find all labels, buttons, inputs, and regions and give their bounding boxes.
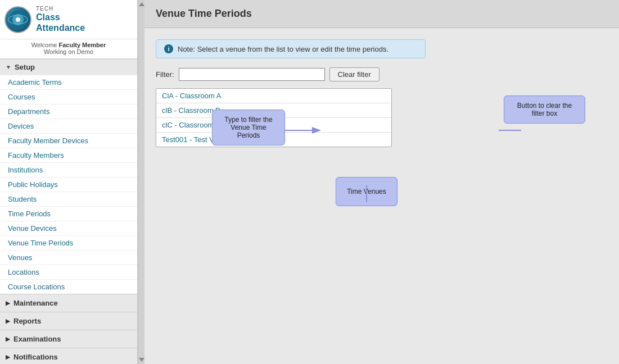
filter-row: Filter: Clear filter xyxy=(156,67,608,81)
sidebar-item-students[interactable]: Students xyxy=(0,192,137,206)
maintenance-arrow-icon: ▶ xyxy=(6,300,10,306)
examinations-section-header[interactable]: ▶ Examinations xyxy=(0,330,137,348)
app-header: TECH Class Attendance xyxy=(0,0,137,39)
welcome-message: Welcome Faculty Member Working on Demo xyxy=(0,39,137,59)
app-title-wrap: TECH Class Attendance xyxy=(36,6,85,33)
sidebar-item-academic-terms[interactable]: Academic Terms xyxy=(0,75,137,89)
sidebar-item-venue-devices[interactable]: Venue Devices xyxy=(0,221,137,235)
sidebar-item-faculty-members[interactable]: Faculty Members xyxy=(0,148,137,162)
setup-arrow-icon: ▼ xyxy=(6,64,11,70)
sidebar-item-public-holidays[interactable]: Public Holidays xyxy=(0,177,137,192)
tooltip-filter: Type to filter the Venue Time Periods xyxy=(212,110,285,145)
logo-tech-label: TECH xyxy=(36,6,85,12)
tooltip-time-venues: Time Venues xyxy=(336,177,397,206)
sidebar-scrollbar[interactable] xyxy=(138,0,144,364)
scroll-down-arrow[interactable] xyxy=(139,358,144,362)
venue-link-cla[interactable]: ClA - Classroom A xyxy=(162,92,221,100)
info-note-box: i Note: Select a venue from the list to … xyxy=(156,39,426,58)
sidebar-item-venue-time-periods[interactable]: Venue Time Periods xyxy=(0,235,137,250)
maintenance-section: ▶ Maintenance xyxy=(0,294,137,312)
reports-section: ▶ Reports xyxy=(0,312,137,330)
notifications-arrow-icon: ▶ xyxy=(6,354,10,360)
sidebar-item-venues[interactable]: Venues xyxy=(0,250,137,265)
sidebar-item-devices[interactable]: Devices xyxy=(0,119,137,133)
sidebar-item-departments[interactable]: Departments xyxy=(0,104,137,119)
reports-section-header[interactable]: ▶ Reports xyxy=(0,312,137,330)
content-area: i Note: Select a venue from the list to … xyxy=(144,28,619,364)
page-title: Venue Time Periods xyxy=(144,0,619,28)
setup-section-header[interactable]: ▼ Setup xyxy=(0,59,137,75)
info-note-text: Note: Select a venue from the list to vi… xyxy=(178,45,388,53)
app-title: Class Attendance xyxy=(36,12,85,33)
tooltip-clear-filter: Button to clear the filter box xyxy=(504,95,585,124)
clear-filter-button[interactable]: Clear filter xyxy=(329,67,379,81)
notifications-section: ▶ Notifications xyxy=(0,348,137,364)
sidebar-item-faculty-member-devices[interactable]: Faculty Member Devices xyxy=(0,133,137,148)
notifications-section-header[interactable]: ▶ Notifications xyxy=(0,348,137,364)
filter-label: Filter: xyxy=(156,70,174,79)
sidebar: TECH Class Attendance Welcome Faculty Me… xyxy=(0,0,138,364)
maintenance-section-header[interactable]: ▶ Maintenance xyxy=(0,294,137,312)
svg-point-3 xyxy=(16,17,20,22)
examinations-arrow-icon: ▶ xyxy=(6,336,10,342)
filter-input[interactable] xyxy=(179,68,325,81)
scroll-up-arrow[interactable] xyxy=(139,2,144,6)
examinations-section: ▶ Examinations xyxy=(0,330,137,348)
sidebar-item-locations[interactable]: Locations xyxy=(0,265,137,279)
sidebar-item-institutions[interactable]: Institutions xyxy=(0,162,137,177)
reports-arrow-icon: ▶ xyxy=(6,318,10,324)
sidebar-item-courses[interactable]: Courses xyxy=(0,89,137,104)
info-icon: i xyxy=(164,44,173,53)
main-content: Venue Time Periods i Note: Select a venu… xyxy=(144,0,619,364)
app-logo xyxy=(4,6,31,33)
venue-row-cla[interactable]: ClA - Classroom A xyxy=(156,89,391,103)
sidebar-item-time-periods[interactable]: Time Periods xyxy=(0,206,137,221)
sidebar-item-course-locations[interactable]: Course Locations xyxy=(0,279,137,294)
